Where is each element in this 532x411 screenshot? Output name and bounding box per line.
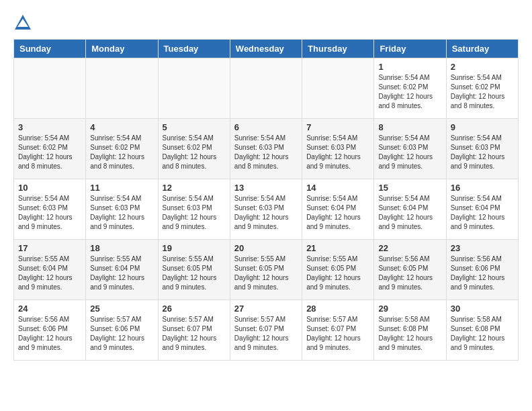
calendar-table: SundayMondayTuesdayWednesdayThursdayFrid… [13, 39, 519, 361]
day-number: 21 [306, 243, 369, 253]
calendar-cell [302, 58, 374, 119]
logo [13, 13, 35, 32]
cell-info: Sunrise: 5:54 AM Sunset: 6:02 PM Dayligh… [451, 73, 514, 111]
cell-info: Sunrise: 5:54 AM Sunset: 6:02 PM Dayligh… [378, 73, 441, 111]
calendar-cell: 28Sunrise: 5:57 AM Sunset: 6:07 PM Dayli… [302, 300, 374, 361]
calendar-cell: 12Sunrise: 5:54 AM Sunset: 6:03 PM Dayli… [158, 179, 230, 240]
cell-info: Sunrise: 5:54 AM Sunset: 6:03 PM Dayligh… [451, 134, 514, 171]
calendar-week-row: 10Sunrise: 5:54 AM Sunset: 6:03 PM Dayli… [14, 179, 519, 240]
weekday-header: Monday [86, 40, 158, 58]
calendar-cell: 19Sunrise: 5:55 AM Sunset: 6:05 PM Dayli… [158, 240, 230, 300]
cell-info: Sunrise: 5:55 AM Sunset: 6:05 PM Dayligh… [163, 255, 226, 292]
calendar-cell: 23Sunrise: 5:56 AM Sunset: 6:06 PM Dayli… [446, 240, 518, 300]
day-number: 3 [18, 122, 81, 132]
day-number: 30 [451, 304, 514, 314]
cell-info: Sunrise: 5:57 AM Sunset: 6:06 PM Dayligh… [90, 315, 153, 353]
calendar-cell: 22Sunrise: 5:56 AM Sunset: 6:05 PM Dayli… [374, 240, 446, 300]
calendar-cell: 27Sunrise: 5:57 AM Sunset: 6:07 PM Dayli… [230, 300, 302, 361]
day-number: 9 [451, 122, 514, 132]
cell-info: Sunrise: 5:58 AM Sunset: 6:08 PM Dayligh… [451, 315, 514, 353]
day-number: 8 [378, 122, 441, 132]
cell-info: Sunrise: 5:54 AM Sunset: 6:02 PM Dayligh… [90, 134, 153, 171]
page-header [13, 13, 519, 32]
day-number: 14 [306, 183, 369, 193]
day-number: 15 [378, 183, 441, 193]
day-number: 11 [90, 183, 153, 193]
day-number: 13 [234, 183, 298, 193]
calendar-cell: 25Sunrise: 5:57 AM Sunset: 6:06 PM Dayli… [86, 300, 158, 361]
cell-info: Sunrise: 5:54 AM Sunset: 6:03 PM Dayligh… [163, 194, 226, 232]
weekday-header: Wednesday [230, 40, 302, 58]
calendar-cell: 21Sunrise: 5:55 AM Sunset: 6:05 PM Dayli… [302, 240, 374, 300]
calendar-cell: 10Sunrise: 5:54 AM Sunset: 6:03 PM Dayli… [14, 179, 86, 240]
calendar-cell [230, 58, 302, 119]
calendar-cell: 4Sunrise: 5:54 AM Sunset: 6:02 PM Daylig… [86, 119, 158, 179]
cell-info: Sunrise: 5:54 AM Sunset: 6:04 PM Dayligh… [306, 194, 369, 232]
weekday-header: Tuesday [158, 40, 230, 58]
cell-info: Sunrise: 5:56 AM Sunset: 6:06 PM Dayligh… [451, 255, 514, 292]
calendar-cell: 7Sunrise: 5:54 AM Sunset: 6:03 PM Daylig… [302, 119, 374, 179]
day-number: 23 [451, 243, 514, 253]
day-number: 27 [234, 304, 298, 314]
cell-info: Sunrise: 5:57 AM Sunset: 6:07 PM Dayligh… [234, 315, 298, 353]
day-number: 17 [18, 243, 81, 253]
calendar-cell: 3Sunrise: 5:54 AM Sunset: 6:02 PM Daylig… [14, 119, 86, 179]
day-number: 5 [163, 122, 226, 132]
day-number: 20 [234, 243, 298, 253]
cell-info: Sunrise: 5:54 AM Sunset: 6:04 PM Dayligh… [451, 194, 514, 232]
day-number: 24 [18, 304, 81, 314]
calendar-week-row: 17Sunrise: 5:55 AM Sunset: 6:04 PM Dayli… [14, 240, 519, 300]
calendar-cell: 20Sunrise: 5:55 AM Sunset: 6:05 PM Dayli… [230, 240, 302, 300]
calendar-cell: 18Sunrise: 5:55 AM Sunset: 6:04 PM Dayli… [86, 240, 158, 300]
calendar-cell: 2Sunrise: 5:54 AM Sunset: 6:02 PM Daylig… [446, 58, 518, 119]
cell-info: Sunrise: 5:55 AM Sunset: 6:05 PM Dayligh… [234, 255, 298, 292]
day-number: 25 [90, 304, 153, 314]
calendar-cell: 13Sunrise: 5:54 AM Sunset: 6:03 PM Dayli… [230, 179, 302, 240]
cell-info: Sunrise: 5:58 AM Sunset: 6:08 PM Dayligh… [378, 315, 441, 353]
calendar-cell: 29Sunrise: 5:58 AM Sunset: 6:08 PM Dayli… [374, 300, 446, 361]
calendar-cell: 16Sunrise: 5:54 AM Sunset: 6:04 PM Dayli… [446, 179, 518, 240]
weekday-header-row: SundayMondayTuesdayWednesdayThursdayFrid… [14, 40, 519, 58]
cell-info: Sunrise: 5:56 AM Sunset: 6:05 PM Dayligh… [378, 255, 441, 292]
cell-info: Sunrise: 5:55 AM Sunset: 6:04 PM Dayligh… [90, 255, 153, 292]
cell-info: Sunrise: 5:56 AM Sunset: 6:06 PM Dayligh… [18, 315, 81, 353]
calendar-week-row: 1Sunrise: 5:54 AM Sunset: 6:02 PM Daylig… [14, 58, 519, 119]
day-number: 26 [163, 304, 226, 314]
calendar-cell: 15Sunrise: 5:54 AM Sunset: 6:04 PM Dayli… [374, 179, 446, 240]
weekday-header: Saturday [446, 40, 518, 58]
cell-info: Sunrise: 5:54 AM Sunset: 6:03 PM Dayligh… [378, 134, 441, 171]
day-number: 28 [306, 304, 369, 314]
day-number: 22 [378, 243, 441, 253]
day-number: 19 [163, 243, 226, 253]
calendar-cell: 17Sunrise: 5:55 AM Sunset: 6:04 PM Dayli… [14, 240, 86, 300]
cell-info: Sunrise: 5:55 AM Sunset: 6:04 PM Dayligh… [18, 255, 81, 292]
cell-info: Sunrise: 5:54 AM Sunset: 6:02 PM Dayligh… [163, 134, 226, 171]
calendar-week-row: 3Sunrise: 5:54 AM Sunset: 6:02 PM Daylig… [14, 119, 519, 179]
calendar-cell: 1Sunrise: 5:54 AM Sunset: 6:02 PM Daylig… [374, 58, 446, 119]
calendar-cell: 30Sunrise: 5:58 AM Sunset: 6:08 PM Dayli… [446, 300, 518, 361]
calendar-cell [158, 58, 230, 119]
weekday-header: Friday [374, 40, 446, 58]
day-number: 6 [234, 122, 298, 132]
calendar-cell: 14Sunrise: 5:54 AM Sunset: 6:04 PM Dayli… [302, 179, 374, 240]
calendar-cell: 8Sunrise: 5:54 AM Sunset: 6:03 PM Daylig… [374, 119, 446, 179]
day-number: 12 [163, 183, 226, 193]
cell-info: Sunrise: 5:57 AM Sunset: 6:07 PM Dayligh… [163, 315, 226, 353]
calendar-cell [14, 58, 86, 119]
calendar-cell: 26Sunrise: 5:57 AM Sunset: 6:07 PM Dayli… [158, 300, 230, 361]
day-number: 29 [378, 304, 441, 314]
cell-info: Sunrise: 5:54 AM Sunset: 6:03 PM Dayligh… [306, 134, 369, 171]
calendar-cell: 11Sunrise: 5:54 AM Sunset: 6:03 PM Dayli… [86, 179, 158, 240]
cell-info: Sunrise: 5:54 AM Sunset: 6:03 PM Dayligh… [234, 134, 298, 171]
day-number: 2 [451, 62, 514, 72]
cell-info: Sunrise: 5:55 AM Sunset: 6:05 PM Dayligh… [306, 255, 369, 292]
day-number: 16 [451, 183, 514, 193]
logo-icon [13, 13, 32, 32]
calendar-cell: 5Sunrise: 5:54 AM Sunset: 6:02 PM Daylig… [158, 119, 230, 179]
calendar-cell: 24Sunrise: 5:56 AM Sunset: 6:06 PM Dayli… [14, 300, 86, 361]
cell-info: Sunrise: 5:57 AM Sunset: 6:07 PM Dayligh… [306, 315, 369, 353]
cell-info: Sunrise: 5:54 AM Sunset: 6:03 PM Dayligh… [18, 194, 81, 232]
calendar-cell: 6Sunrise: 5:54 AM Sunset: 6:03 PM Daylig… [230, 119, 302, 179]
day-number: 4 [90, 122, 153, 132]
calendar-cell [86, 58, 158, 119]
